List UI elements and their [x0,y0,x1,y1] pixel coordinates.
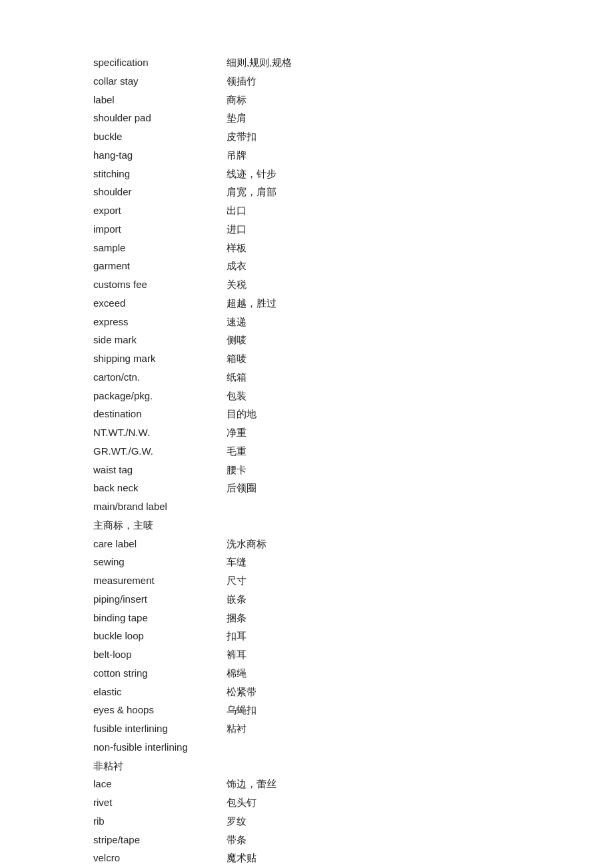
entry-chinese: 出口 [227,201,247,220]
entry-english: measurement [93,571,227,590]
entry-english: hang-tag [93,146,227,165]
entry-chinese: 肩宽，肩部 [227,183,277,201]
entry-chinese: 吊牌 [227,146,247,165]
entry-chinese: 商标 [227,91,247,109]
entry-english: stitching [93,165,227,183]
list-item: non-fusible interlining非粘衬 [93,738,613,775]
entry-english: main/brand label [93,501,167,512]
entry-chinese: 净重 [227,423,247,442]
list-item: GR.WT./G.W.毛重 [93,442,613,461]
entry-chinese: 速递 [227,313,247,331]
entry-chinese: 魔术贴 [227,849,257,867]
entry-chinese: 尺寸 [227,571,247,590]
entry-english: cotton string [93,664,227,683]
entry-english: fusible interlining [93,719,227,738]
entry-chinese: 罗纹 [227,812,247,831]
entry-english: non-fusible interlining [93,741,188,753]
entry-chinese: 侧唛 [227,331,247,349]
entry-english: waist tag [93,461,227,479]
entry-english: stripe/tape [93,831,227,849]
list-item: velcro魔术贴 [93,849,613,867]
list-item: exceed超越，胜过 [93,294,613,313]
entry-english: carton/ctn. [93,368,227,387]
entry-chinese: 细则,规则,规格 [227,53,292,72]
entry-chinese: 垫肩 [227,109,247,127]
entry-english: express [93,313,227,331]
list-item: sewing车缝 [93,553,613,571]
entry-english: label [93,91,227,109]
entry-chinese: 超越，胜过 [227,294,277,313]
list-item: destination目的地 [93,405,613,423]
entry-chinese: 皮带扣 [227,127,257,146]
entry-english: shipping mark [93,349,227,368]
list-item: side mark侧唛 [93,331,613,349]
entry-english: velcro [93,849,227,867]
list-item: shoulder肩宽，肩部 [93,183,613,201]
entry-chinese: 饰边，蕾丝 [227,775,277,793]
list-item: belt-loop裤耳 [93,645,613,664]
entry-chinese: 进口 [227,220,247,239]
entry-chinese: 样板 [227,239,247,257]
entry-english: belt-loop [93,645,227,664]
entry-english: package/pkg. [93,387,227,405]
list-item: back neck后领圈 [93,479,613,497]
list-item: carton/ctn.纸箱 [93,368,613,387]
entry-english: shoulder [93,183,227,201]
entry-chinese: 车缝 [227,553,247,571]
list-item: waist tag腰卡 [93,461,613,479]
entry-chinese: 腰卡 [227,461,247,479]
entry-english: side mark [93,331,227,349]
entry-chinese: 带条 [227,831,247,849]
entry-chinese-continuation: 非粘衬 [93,760,123,771]
list-item: lace饰边，蕾丝 [93,775,613,793]
entry-english: binding tape [93,609,227,627]
list-item: rib罗纹 [93,812,613,831]
list-item: shipping mark箱唛 [93,349,613,368]
entry-chinese: 箱唛 [227,349,247,368]
entry-english: garment [93,257,227,275]
entry-english: rib [93,812,227,831]
list-item: stripe/tape带条 [93,831,613,849]
entry-english: eyes & hoops [93,701,227,719]
entry-english: NT.WT./N.W. [93,423,227,442]
entry-english: sewing [93,553,227,571]
entry-chinese: 嵌条 [227,590,247,609]
entry-chinese: 松紧带 [227,683,257,701]
entry-chinese: 关税 [227,275,247,294]
entry-english: specification [93,53,227,72]
entry-chinese: 洗水商标 [227,535,267,553]
list-item: label商标 [93,91,613,109]
entry-chinese: 扣耳 [227,627,247,645]
list-item: main/brand label主商标，主唛 [93,497,613,535]
list-item: package/pkg.包装 [93,387,613,405]
entry-chinese: 捆条 [227,609,247,627]
list-item: rivet包头钉 [93,793,613,812]
entry-english: elastic [93,683,227,701]
list-item: shoulder pad垫肩 [93,109,613,127]
entry-chinese: 包装 [227,387,247,405]
list-item: customs fee关税 [93,275,613,294]
entry-english: shoulder pad [93,109,227,127]
entry-english: buckle [93,127,227,146]
list-item: sample样板 [93,239,613,257]
vocabulary-list: specification细则,规则,规格collar stay领插竹label… [0,53,613,867]
entry-chinese: 后领圈 [227,479,257,497]
entry-english: customs fee [93,275,227,294]
list-item: eyes & hoops乌蝇扣 [93,701,613,719]
entry-chinese: 毛重 [227,442,247,461]
entry-english: rivet [93,793,227,812]
entry-english: destination [93,405,227,423]
list-item: elastic松紧带 [93,683,613,701]
entry-english: sample [93,239,227,257]
entry-chinese-continuation: 主商标，主唛 [93,519,153,531]
entry-chinese: 棉绳 [227,664,247,683]
list-item: import进口 [93,220,613,239]
entry-chinese: 裤耳 [227,645,247,664]
list-item: stitching线迹，针步 [93,165,613,183]
entry-english: back neck [93,479,227,497]
entry-english: piping/insert [93,590,227,609]
list-item: cotton string棉绳 [93,664,613,683]
list-item: export出口 [93,201,613,220]
entry-english: lace [93,775,227,793]
entry-chinese: 领插竹 [227,72,257,91]
